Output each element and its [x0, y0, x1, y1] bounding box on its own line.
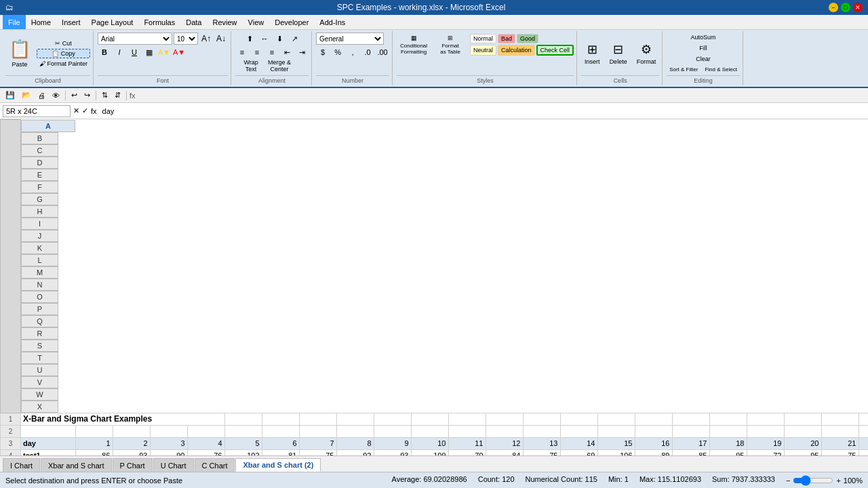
menu-view[interactable]: View	[243, 15, 270, 29]
col-header-a[interactable]: A	[21, 120, 75, 132]
grid-cell[interactable]	[448, 413, 486, 425]
comma-button[interactable]: ,	[346, 46, 359, 58]
merge-center-button[interactable]: Merge & Center	[259, 60, 300, 72]
grid-cell[interactable]	[374, 413, 411, 425]
border-button[interactable]: ▦	[142, 46, 156, 58]
col-header-u[interactable]: U	[21, 364, 58, 376]
table-row[interactable]: 2	[1, 425, 869, 437]
formula-confirm-icon[interactable]: ✓	[82, 106, 88, 115]
col-header-h[interactable]: H	[21, 205, 58, 218]
grid-cell[interactable]	[374, 425, 411, 437]
grid-cell[interactable]: 6	[262, 437, 299, 449]
grid-cell[interactable]	[523, 425, 560, 437]
grid-cell[interactable]: 19	[747, 437, 784, 449]
col-header-x[interactable]: X	[21, 401, 58, 413]
grid-cell[interactable]	[859, 413, 868, 425]
grid-cell[interactable]: 8	[336, 437, 374, 449]
grid-cell[interactable]: 102	[224, 449, 262, 455]
cut-button[interactable]: ✂ Cut	[37, 39, 90, 48]
grid-cell[interactable]: 89	[635, 449, 672, 455]
grid-cell[interactable]	[299, 413, 336, 425]
col-header-l[interactable]: L	[21, 254, 58, 266]
paste-button[interactable]: 📋 Paste	[5, 35, 34, 71]
tb-open[interactable]: 📂	[19, 89, 34, 102]
grid-cell[interactable]	[560, 413, 597, 425]
format-as-table-button[interactable]: ⊞ Formatas Table	[433, 33, 467, 57]
menu-formulas[interactable]: Formulas	[138, 15, 180, 29]
conditional-formatting-button[interactable]: ▦ ConditionalFormatting	[397, 33, 431, 57]
align-left-button[interactable]: ≡	[235, 46, 249, 58]
font-size-select[interactable]: 10	[174, 33, 198, 45]
decrease-decimal-button[interactable]: .0	[361, 46, 374, 58]
sheet-tab-i-chart[interactable]: I Chart	[3, 458, 40, 472]
grid-cell[interactable]: 5	[224, 437, 262, 449]
increase-decimal-button[interactable]: .00	[376, 46, 389, 58]
grid-cell[interactable]	[635, 413, 672, 425]
sort-filter-button[interactable]: Sort & Filter	[667, 65, 701, 74]
col-header-m[interactable]: M	[21, 266, 58, 279]
copy-button[interactable]: 📋 Copy	[37, 49, 90, 58]
maximize-button[interactable]: □	[841, 3, 850, 12]
grid-cell[interactable]: 95	[709, 449, 747, 455]
menu-data[interactable]: Data	[180, 15, 207, 29]
zoom-in-icon[interactable]: +	[836, 476, 840, 485]
sheet-tab-xbar-s-2[interactable]: Xbar and S chart (2)	[235, 458, 321, 472]
grid-cell[interactable]	[821, 425, 859, 437]
col-header-j[interactable]: J	[21, 230, 58, 242]
grid-cell[interactable]	[597, 425, 635, 437]
font-increase-button[interactable]: A↑	[199, 33, 213, 45]
delete-cells-button[interactable]: ⊟ Delete	[606, 40, 631, 67]
window-controls[interactable]: − □ ✕	[829, 3, 863, 12]
tb-save[interactable]: 💾	[3, 89, 18, 102]
col-header-r[interactable]: R	[21, 327, 58, 340]
grid-cell[interactable]	[560, 425, 597, 437]
grid-cell[interactable]	[709, 413, 747, 425]
tb-sort-desc[interactable]: ⇵	[112, 89, 123, 102]
align-top-button[interactable]: ⬆	[243, 33, 256, 45]
grid-cell[interactable]: 16	[635, 437, 672, 449]
format-painter-button[interactable]: 🖌 Format Painter	[37, 59, 90, 68]
col-header-e[interactable]: E	[21, 169, 58, 181]
percent-button[interactable]: %	[331, 46, 344, 58]
italic-button[interactable]: I	[113, 46, 126, 58]
grid-cell[interactable]: 75	[523, 449, 560, 455]
decrease-indent-button[interactable]: ⇤	[280, 46, 294, 58]
style-bad-button[interactable]: Bad	[498, 34, 515, 43]
style-normal-button[interactable]: Normal	[470, 34, 496, 43]
col-header-c[interactable]: C	[21, 144, 58, 157]
grid-cell[interactable]: 90	[150, 449, 187, 455]
menu-home[interactable]: Home	[26, 15, 56, 29]
sheet-tab-u-chart[interactable]: U Chart	[153, 458, 194, 472]
grid-cell[interactable]	[635, 425, 672, 437]
font-decrease-button[interactable]: A↓	[214, 33, 228, 45]
grid-cell[interactable]	[187, 425, 224, 437]
autosum-button[interactable]: AutoSum	[688, 33, 719, 42]
grid-cell[interactable]: test1	[21, 449, 76, 455]
grid-cell[interactable]: 93	[113, 449, 150, 455]
grid-cell[interactable]: 70	[448, 449, 486, 455]
currency-button[interactable]: $	[316, 46, 330, 58]
menu-insert[interactable]: Insert	[56, 15, 86, 29]
table-row[interactable]: 4test18693907610281759293109708475691068…	[1, 449, 869, 455]
style-neutral-button[interactable]: Neutral	[470, 45, 496, 56]
grid-cell[interactable]: 18	[709, 437, 747, 449]
menu-developer[interactable]: Developer	[269, 15, 314, 29]
grid-cell[interactable]	[672, 413, 709, 425]
grid-cell[interactable]	[21, 425, 76, 437]
wrap-text-button[interactable]: Wrap Text	[244, 60, 258, 72]
style-good-button[interactable]: Good	[517, 34, 538, 43]
grid-cell[interactable]	[747, 413, 784, 425]
grid-cell[interactable]: 106	[597, 449, 635, 455]
grid-cell[interactable]	[224, 425, 262, 437]
grid-cell[interactable]: 3	[150, 437, 187, 449]
col-header-f[interactable]: F	[21, 181, 58, 193]
col-header-d[interactable]: D	[21, 157, 58, 169]
number-format-select[interactable]: General	[316, 33, 384, 45]
font-color-button[interactable]: A▼	[172, 46, 186, 58]
grid-cell[interactable]: 22	[859, 437, 868, 449]
col-header-i[interactable]: I	[21, 218, 58, 230]
grid-cell[interactable]: 14	[560, 437, 597, 449]
tb-print[interactable]: 🖨	[35, 89, 48, 102]
grid-cell[interactable]: 76	[187, 449, 224, 455]
grid-cell[interactable]: 93	[374, 449, 411, 455]
